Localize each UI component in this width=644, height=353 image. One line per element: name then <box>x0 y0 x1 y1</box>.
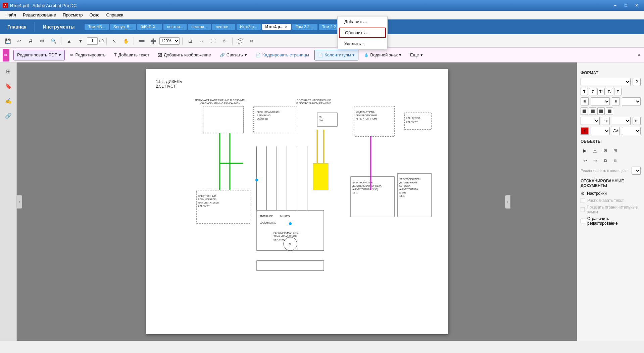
maximize-button[interactable]: □ <box>621 2 631 9</box>
nav-tab-lestni1[interactable]: лестни... <box>163 24 187 30</box>
minimize-button[interactable]: – <box>610 2 620 9</box>
zoom-out-tool[interactable]: ➖ <box>137 36 147 46</box>
font-help-button[interactable]: ? <box>633 78 641 86</box>
undo-tool[interactable]: ↩ <box>14 36 24 46</box>
vodyanoy-label: Водяной знак <box>370 52 398 57</box>
thumbnails-button[interactable]: ⊞ <box>2 65 14 77</box>
show-frames-checkbox[interactable] <box>581 207 585 212</box>
undo-obj-button[interactable]: ↩ <box>581 157 589 165</box>
italic-button[interactable]: T <box>589 88 596 95</box>
edit-pdf-button[interactable]: Редактировать PDF ▾ <box>13 50 65 60</box>
zoom-select[interactable]: 120% 100% 150% 75% <box>159 37 180 45</box>
paste-obj-button[interactable]: ⧈ <box>611 157 620 165</box>
av-button[interactable]: AV <box>612 127 620 135</box>
font-size-select[interactable] <box>591 127 610 135</box>
copy-obj-button[interactable]: ⧉ <box>601 157 609 165</box>
nav-tab-lestni2[interactable]: лестни... <box>188 24 211 30</box>
svg-rect-43 <box>313 163 328 190</box>
list-number-select[interactable] <box>622 97 641 105</box>
nav-tools[interactable]: Инструменты <box>39 23 79 31</box>
rotate-tool[interactable]: ⟲ <box>219 36 230 46</box>
nav-tab-itog3[interactable]: Итог3.р... <box>237 24 261 30</box>
edit-toolbar-indicator: ✏ <box>3 49 9 61</box>
right-expand-button[interactable]: › <box>505 195 510 209</box>
nav-tab-seriya[interactable]: Seriya_5... <box>110 24 136 30</box>
link-button[interactable]: 🔗 Связать ▾ <box>216 50 250 60</box>
kolontituly-button[interactable]: 📄 Колонтитулы ▾ <box>314 50 358 60</box>
bullet-list-button[interactable]: ≡ <box>581 97 589 105</box>
vodyanoy-button[interactable]: 💧 Водяной знак ▾ <box>360 50 405 60</box>
bookmarks-button[interactable]: 🔖 <box>2 80 14 92</box>
signatures-button[interactable]: ✍ <box>2 95 14 107</box>
pdf-area: 1.5L, ДИЗЕЛЬ 2.5L TiVCT ПОЛУЧАЕТ НАПРЯЖЕ… <box>17 62 577 341</box>
spacing-select[interactable] <box>622 127 641 135</box>
dropdown-delete[interactable]: Удалить... <box>338 39 387 49</box>
zoom-in-tool[interactable]: ➕ <box>148 36 158 46</box>
layers-obj-button[interactable]: ⊞ <box>611 146 620 155</box>
recognize-checkbox[interactable] <box>581 198 585 203</box>
page-number-input[interactable] <box>87 37 98 45</box>
strikethrough-button[interactable]: T <box>614 88 622 95</box>
list-style-select[interactable] <box>591 97 610 105</box>
menu-window[interactable]: Окно <box>87 11 102 18</box>
settings-label[interactable]: Настройки <box>587 191 607 196</box>
next-page-tool[interactable]: ▼ <box>76 36 86 46</box>
pen-tool[interactable]: ✏ <box>247 36 257 46</box>
crop-button[interactable]: 📄 Кадрировать страницы <box>252 50 313 60</box>
full-screen-tool[interactable]: ⛶ <box>208 36 218 46</box>
redo-obj-button[interactable]: ↪ <box>591 157 599 165</box>
close-button[interactable]: ✕ <box>632 2 641 9</box>
font-family-select[interactable] <box>581 78 631 86</box>
menu-view[interactable]: Просмотр <box>60 11 85 18</box>
menu-edit[interactable]: Редактирование <box>20 11 59 18</box>
outdent-button[interactable]: ⇤ <box>633 117 641 125</box>
print-tool[interactable]: 🖨 <box>26 36 36 46</box>
subscript-button[interactable]: T₁ <box>606 88 613 95</box>
numbered-list-button[interactable]: ≡ <box>612 97 620 105</box>
edit-button[interactable]: ✏ Редактировать <box>67 50 109 60</box>
align-left-button[interactable]: ⬛ <box>581 107 588 115</box>
comment-tool[interactable]: 💬 <box>235 36 245 46</box>
indent-select[interactable] <box>581 117 600 125</box>
nav-tab-049[interactable]: 049-Р-Х... <box>137 24 162 30</box>
prev-page-tool[interactable]: ▲ <box>64 36 74 46</box>
nav-tab-lestni3[interactable]: лестни... <box>212 24 235 30</box>
outdent-select[interactable] <box>612 117 631 125</box>
fit-page-tool[interactable]: ⊡ <box>185 36 195 46</box>
align-right-button[interactable]: ⬛ <box>597 107 605 115</box>
add-image-button[interactable]: 🖼 Добавить изображение <box>155 50 214 60</box>
align-justify-button[interactable]: ⬛ <box>606 107 613 115</box>
restrict-edit-checkbox[interactable] <box>581 219 585 223</box>
indent-button[interactable]: ⇥ <box>602 117 610 125</box>
recognize-label: Распознавать текст <box>587 198 624 203</box>
nav-home[interactable]: Главная <box>3 23 31 31</box>
select-object-button[interactable]: ▶ <box>581 146 589 155</box>
text-color-button[interactable]: T <box>581 127 589 135</box>
nav-tab-tom-nb[interactable]: Том НВ... <box>85 24 108 30</box>
save-tool[interactable]: 💾 <box>3 36 13 46</box>
nav-tab-itog4-active[interactable]: Итог4.р... ✕ <box>262 24 291 30</box>
edit-toolbar-close[interactable]: × <box>638 52 641 58</box>
align-center-button[interactable]: ⬛ <box>589 107 596 115</box>
crop-obj-button[interactable]: ⊠ <box>601 146 609 155</box>
nav-tab-tom22-1[interactable]: Том 2.2.... <box>292 24 317 30</box>
dropdown-add[interactable]: Добавить... <box>338 16 387 27</box>
add-text-button[interactable]: T Добавить текст <box>111 50 153 60</box>
select-tool[interactable]: ↖ <box>109 36 119 46</box>
bold-button[interactable]: T <box>581 88 588 95</box>
dropdown-update[interactable]: Обновить... <box>339 28 386 38</box>
edit-with-select[interactable] <box>632 167 641 175</box>
sep4 <box>182 37 183 45</box>
eshe-button[interactable]: Еще ▾ <box>407 50 426 60</box>
triangle-button[interactable]: △ <box>591 146 599 155</box>
superscript-button[interactable]: T¹ <box>597 88 605 95</box>
menu-help[interactable]: Справка <box>104 11 126 18</box>
hand-tool[interactable]: ✋ <box>121 36 131 46</box>
layers-button[interactable]: 🔗 <box>2 109 14 122</box>
search-tool[interactable]: 🔍 <box>48 36 58 46</box>
fit-width-tool[interactable]: ↔ <box>197 36 207 46</box>
email-tool[interactable]: ✉ <box>37 36 47 46</box>
menu-file[interactable]: Файл <box>3 11 19 18</box>
window-controls[interactable]: – □ ✕ <box>610 2 641 9</box>
left-collapse-button[interactable]: ‹ <box>17 195 22 209</box>
